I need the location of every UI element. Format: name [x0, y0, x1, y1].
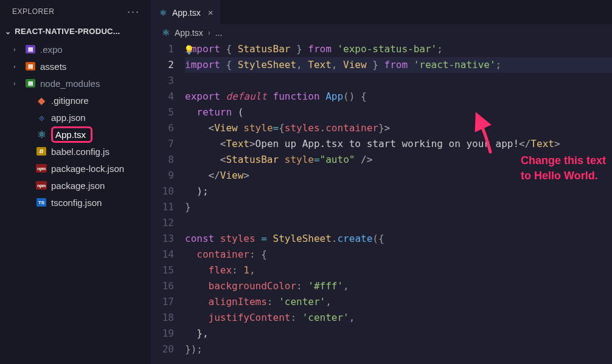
explorer-label: EXPLORER [12, 7, 54, 16]
line-number: 17 [151, 294, 174, 310]
chevron-right-icon: › [13, 63, 22, 70]
tree-item-label: .expo [40, 44, 63, 55]
line-gutter: 1234567891011121314151617181920 [151, 41, 185, 364]
ts-icon: TS [35, 198, 47, 207]
tree-item-label: assets [40, 61, 66, 72]
tree-item-label: package.json [51, 180, 105, 191]
folder-node-modules[interactable]: ›▤node_modules [0, 75, 151, 92]
chevron-right-icon: › [13, 80, 22, 87]
code-line[interactable]: alignItems: 'center', [185, 294, 612, 310]
file-package-json[interactable]: npmpackage.json [0, 177, 151, 194]
line-number: 14 [151, 247, 174, 263]
line-number: 18 [151, 310, 174, 326]
tree-item-label: .gitignore [51, 95, 89, 106]
code-line[interactable]: justifyContent: 'center', [185, 310, 612, 326]
close-icon[interactable]: × [208, 7, 214, 18]
chevron-down-icon: ⌄ [5, 27, 11, 36]
file--gitignore[interactable]: ◆.gitignore [0, 92, 151, 109]
line-number: 15 [151, 263, 174, 278]
code-line[interactable]: }); [185, 342, 612, 357]
file-babel-config-js[interactable]: Bbabel.config.js [0, 143, 151, 160]
editor-area: ⚛ App.tsx × ⚛ App.tsx › ... 123456789101… [151, 0, 612, 364]
file-package-lock-json[interactable]: npmpackage-lock.json [0, 160, 151, 177]
line-number: 1 [151, 41, 174, 57]
code-line[interactable]: import { StyleSheet, Text, View } from '… [185, 57, 612, 73]
line-number: 4 [151, 89, 174, 105]
line-number: 6 [151, 120, 174, 136]
code-line[interactable]: ); [185, 184, 612, 199]
assets-folder-icon: ▤ [24, 62, 37, 70]
lightbulb-icon[interactable]: 💡 [184, 42, 194, 58]
react-icon: ⚛ [159, 8, 167, 18]
line-number: 3 [151, 73, 174, 89]
code-line[interactable]: } [185, 199, 612, 215]
code-line[interactable]: <Text>Open up App.tsx to start working o… [185, 136, 612, 152]
react-icon: ⚛ [162, 27, 170, 38]
code-line[interactable]: </View> [185, 168, 612, 184]
code-line[interactable]: 💡import { StatusBar } from 'expo-status-… [185, 41, 612, 57]
breadcrumb-rest: ... [215, 28, 223, 38]
tree-item-label: tsconfig.json [51, 197, 102, 208]
code-line[interactable] [185, 73, 612, 89]
tab-app-tsx[interactable]: ⚛ App.tsx × [151, 0, 220, 24]
babel-icon: B [35, 147, 47, 156]
line-number: 11 [151, 199, 174, 215]
tree-item-label: app.json [51, 112, 86, 123]
code-line[interactable] [185, 215, 612, 231]
file-tsconfig-json[interactable]: TStsconfig.json [0, 194, 151, 211]
folder--expo[interactable]: ›▤.expo [0, 41, 151, 58]
project-header[interactable]: ⌄ REACT-NATIVE-PRODUC... [0, 23, 151, 39]
line-number: 13 [151, 231, 174, 247]
chevron-right-icon: › [208, 29, 210, 37]
tree-item-label: package-lock.json [51, 163, 124, 174]
code-line[interactable]: flex: 1, [185, 263, 612, 278]
code-line[interactable]: }, [185, 326, 612, 342]
line-number: 12 [151, 215, 174, 231]
tab-label: App.tsx [172, 8, 201, 18]
file-app-json[interactable]: ⟐app.json [0, 109, 151, 126]
file-tree: ›▤.expo›▤assets›▤node_modules◆.gitignore… [0, 39, 151, 364]
code-line[interactable]: <View style={styles.container}> [185, 120, 612, 136]
json-app-icon: ⟐ [35, 112, 47, 123]
git-icon: ◆ [35, 95, 47, 106]
explorer-header: EXPLORER ··· [0, 0, 151, 23]
react-icon: ⚛ [35, 128, 47, 141]
code-line[interactable]: export default function App() { [185, 89, 612, 105]
npm-icon: npm [35, 164, 47, 173]
code-line[interactable]: container: { [185, 247, 612, 263]
node-modules-folder-icon: ▤ [24, 79, 37, 88]
line-number: 9 [151, 168, 174, 184]
line-number: 7 [151, 136, 174, 152]
explorer-more-icon[interactable]: ··· [127, 6, 140, 17]
tree-item-label: babel.config.js [51, 146, 110, 157]
line-number: 8 [151, 152, 174, 168]
line-number: 10 [151, 184, 174, 199]
npm-icon: npm [35, 181, 47, 190]
code-line[interactable]: const styles = StyleSheet.create({ [185, 231, 612, 247]
line-number: 16 [151, 278, 174, 294]
code-line[interactable]: <StatusBar style="auto" /> [185, 152, 612, 168]
folder-assets[interactable]: ›▤assets [0, 58, 151, 75]
breadcrumb-file: App.tsx [175, 28, 203, 38]
code-line[interactable]: backgroundColor: '#fff', [185, 278, 612, 294]
line-number: 20 [151, 342, 174, 357]
code-line[interactable]: return ( [185, 105, 612, 120]
line-number: 19 [151, 326, 174, 342]
code-editor[interactable]: 1234567891011121314151617181920 💡import … [151, 41, 612, 364]
code-content[interactable]: 💡import { StatusBar } from 'expo-status-… [185, 41, 612, 364]
line-number: 2 [151, 57, 174, 73]
tab-bar: ⚛ App.tsx × [151, 0, 612, 24]
tree-item-label: node_modules [40, 78, 100, 89]
file-app-tsx[interactable]: ⚛App.tsx [0, 126, 151, 143]
chevron-right-icon: › [13, 46, 22, 53]
project-name: REACT-NATIVE-PRODUC... [15, 27, 120, 36]
line-number: 5 [151, 105, 174, 120]
breadcrumb[interactable]: ⚛ App.tsx › ... [151, 24, 612, 41]
tree-item-label: App.tsx [51, 126, 92, 143]
expo-folder-icon: ▤ [24, 45, 37, 53]
explorer-sidebar: EXPLORER ··· ⌄ REACT-NATIVE-PRODUC... ›▤… [0, 0, 151, 364]
